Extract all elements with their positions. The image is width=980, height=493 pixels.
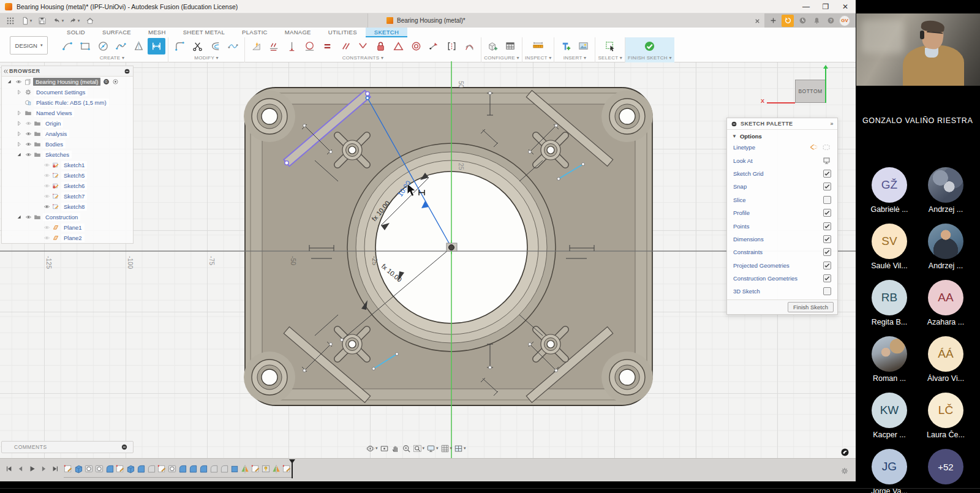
timeline-feature-hole[interactable] <box>95 464 104 474</box>
checkbox-slice[interactable] <box>823 196 831 204</box>
browser-node-sketch8[interactable]: Sketch8 <box>2 201 133 212</box>
corner-hole[interactable] <box>244 352 295 403</box>
visibility-eye-icon[interactable] <box>43 162 50 168</box>
timeline-feature-fillet[interactable] <box>189 464 197 474</box>
ribbon-tab-sketch[interactable]: SKETCH <box>366 28 407 37</box>
comments-collapse-icon[interactable] <box>121 443 128 452</box>
document-close-icon[interactable] <box>754 16 763 24</box>
participant-tile[interactable]: GŽGabrielė ... <box>861 167 918 214</box>
tool-cSymmetry-icon[interactable] <box>443 38 461 55</box>
look-at-icon[interactable] <box>822 156 831 165</box>
nav-display-icon[interactable]: ▾ <box>426 444 439 453</box>
tool-cCircleRed-icon[interactable] <box>301 38 318 55</box>
visibility-eye-icon[interactable] <box>43 172 50 179</box>
presenter-video[interactable] <box>856 13 980 86</box>
sketch-palette-header[interactable]: SKETCH PALETTE » <box>727 118 837 130</box>
timeline-feature-filletG[interactable] <box>209 464 218 474</box>
timeline-feature-extrude[interactable] <box>74 464 83 474</box>
visibility-eye-icon[interactable] <box>25 130 32 137</box>
nav-viewports-icon[interactable]: ▾ <box>454 444 466 453</box>
timeline-feature-box[interactable] <box>230 464 239 474</box>
visibility-eye-icon[interactable] <box>43 183 50 189</box>
expander-icon[interactable] <box>16 151 23 158</box>
timeline-feature-filletG[interactable] <box>147 464 156 474</box>
participant-avatar[interactable]: RB <box>872 280 907 315</box>
participant-avatar[interactable]: AA <box>928 280 963 315</box>
participant-avatar[interactable]: ÁÁ <box>928 336 963 372</box>
tool-cConcentric-icon[interactable] <box>407 38 425 55</box>
tool-circle-icon[interactable] <box>94 38 112 55</box>
participant-photo-avatar[interactable] <box>928 224 963 259</box>
checkbox-3d-sketch[interactable] <box>823 287 831 295</box>
undo-icon[interactable]: ▾ <box>51 15 65 26</box>
visibility-eye-icon[interactable] <box>43 224 50 231</box>
browser-header[interactable]: BROWSER <box>2 66 133 77</box>
expander-icon[interactable] <box>16 141 23 148</box>
timeline-position-marker[interactable] <box>292 461 293 478</box>
workspace-selector[interactable]: DESIGN▾ <box>10 36 48 55</box>
file-menu-icon[interactable]: ▾ <box>20 15 33 26</box>
tool-image-icon[interactable] <box>575 38 592 55</box>
tool-spline-icon[interactable] <box>112 38 130 55</box>
browser-node-sketch7[interactable]: Sketch7 <box>2 191 133 201</box>
visibility-eye-icon[interactable] <box>25 141 32 148</box>
tool-polygon-icon[interactable] <box>130 38 148 55</box>
ribbon-tab-mesh[interactable]: MESH <box>140 28 175 37</box>
timeline-skip-to-end-icon[interactable] <box>51 464 59 475</box>
tool-select-icon[interactable] <box>601 38 619 55</box>
close-button[interactable]: ✕ <box>841 2 850 11</box>
browser-node-plastic-rule-abs-1-5-mm-[interactable]: Plastic Rule: ABS (1,5 mm) <box>2 97 133 108</box>
timeline-feature-sketch[interactable] <box>251 464 260 474</box>
browser-node-origin[interactable]: Origin <box>2 118 133 129</box>
participant-tile[interactable]: AAAzahara ... <box>918 280 974 326</box>
timeline-skip-to-start-icon[interactable] <box>5 464 13 475</box>
browser-node-construction[interactable]: Construction <box>2 212 133 222</box>
tool-cParallel-icon[interactable] <box>336 38 354 55</box>
timeline-settings-gear-icon[interactable] <box>840 467 849 478</box>
browser-node-sketch5[interactable]: Sketch5 <box>2 170 133 181</box>
search-badge-icon[interactable]: G <box>103 78 110 85</box>
viewcube[interactable]: BOTTOM <box>795 80 826 103</box>
browser-node-document-settings[interactable]: Document Settings <box>2 87 133 97</box>
checkbox-points[interactable] <box>823 222 831 230</box>
visibility-eye-icon[interactable] <box>25 120 32 127</box>
activate-radio-icon[interactable] <box>112 78 119 85</box>
participant-tile[interactable]: Andrzej ... <box>918 167 974 214</box>
job-status-corner-icon[interactable] <box>840 448 850 459</box>
timeline-feature-sketch[interactable] <box>157 464 166 474</box>
checkbox-profile[interactable] <box>823 209 831 217</box>
linetype-construction-icon[interactable] <box>809 143 818 152</box>
redo-icon[interactable]: ▾ <box>67 15 81 26</box>
visibility-eye-icon[interactable] <box>43 193 50 200</box>
save-icon[interactable] <box>36 15 49 26</box>
timeline-feature-extrude[interactable] <box>126 464 135 474</box>
browser-node-sketch1[interactable]: Sketch1 <box>2 160 133 170</box>
user-avatar[interactable]: GV <box>839 15 850 26</box>
document-tab[interactable]: Bearing Housing (metal)* <box>368 13 764 28</box>
collapse-panel-icon[interactable] <box>2 67 9 75</box>
participant-tile[interactable]: KWKacper ... <box>861 393 918 439</box>
tool-fastener-icon[interactable] <box>557 38 575 55</box>
ribbon-tab-manage[interactable]: MANAGE <box>276 28 320 37</box>
timeline-feature-filletG[interactable] <box>220 464 228 474</box>
tool-offset-icon[interactable] <box>206 38 224 55</box>
browser-node-bearing-housing-metal-[interactable]: Bearing Housing (metal)G <box>2 77 133 87</box>
timeline-feature-fillet[interactable] <box>137 464 145 474</box>
notifications-bell-icon[interactable] <box>811 15 822 26</box>
sketch-point-selected[interactable] <box>285 161 288 165</box>
visibility-eye-icon[interactable] <box>15 78 22 85</box>
timeline-feature-mirror[interactable] <box>272 464 281 474</box>
palette-expand-icon[interactable]: » <box>831 121 834 127</box>
palette-options-section[interactable]: ▼Options <box>727 130 837 141</box>
finish-sketch-button[interactable]: Finish Sketch <box>788 302 834 312</box>
browser-node-sketch6[interactable]: Sketch6 <box>2 181 133 191</box>
tool-configTable-icon[interactable] <box>502 38 519 55</box>
job-status-icon[interactable] <box>782 15 794 27</box>
tool-cVertical-icon[interactable] <box>283 38 301 55</box>
sketch-point-selected[interactable] <box>366 92 369 96</box>
timeline-feature-sketch[interactable] <box>64 464 72 474</box>
home-view-icon[interactable] <box>83 15 97 26</box>
participant-avatar[interactable]: KW <box>872 393 907 428</box>
participant-avatar[interactable]: JG <box>872 449 907 484</box>
participant-tile[interactable]: Andrzej ... <box>918 224 974 270</box>
